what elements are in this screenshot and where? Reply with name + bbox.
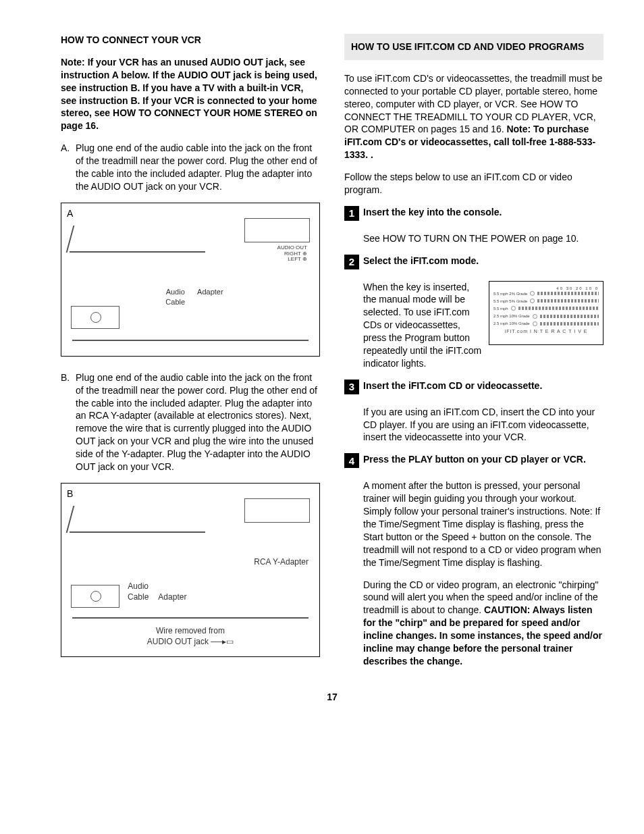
audio-out-labels: AUDIO OUT RIGHT ⊕ LEFT ⊕ [277,245,307,263]
step-3: 3 Insert the iFIT.com CD or videocassett… [344,380,603,402]
figB-adapter-label: Adapter [158,592,186,602]
figB-rca-label: RCA Y-Adapter [254,556,308,567]
step-1: 1 Insert the key into the console. [344,206,603,228]
step-1-number: 1 [344,206,359,221]
step-1-title: Insert the key into the console. [363,206,603,219]
right-shaded-heading: HOW TO USE IFIT.COM CD AND VIDEO PROGRAM… [344,34,603,60]
figure-a: A AUDIO OUT RIGHT ⊕ LEFT ⊕ Audio Cable A… [61,203,320,357]
console-scale: 40 30 20 10 0 [493,286,599,291]
step-3-body: If you are using an iFIT.com CD, insert … [363,406,603,444]
figB-wire-label: Wire removed from AUDIO OUT jack ──▸▭ [67,625,314,647]
step-4-number: 4 [344,453,359,468]
instruction-a-body: Plug one end of the audio cable into the… [76,142,320,193]
vcr-icon [244,498,310,523]
console-figure: 40 30 20 10 0 5.5 mph 2% Grade 5.5 mph 5… [489,281,603,345]
step-2: 2 Select the iFIT.com mode. [344,255,603,277]
jack-icon [71,585,119,608]
left-column: HOW TO CONNECT YOUR VCR Note: If your VC… [61,34,320,677]
figB-audio-cable-label: Audio Cable [128,581,149,602]
cable-line-icon [72,617,308,619]
right-column: HOW TO USE IFIT.COM CD AND VIDEO PROGRAM… [344,34,603,677]
instruction-b-body: Plug one end of the audio cable into the… [76,371,320,473]
step-4-body: A moment after the button is pressed, yo… [363,479,603,569]
treadmill-icon [70,221,205,258]
step-2-body: When the key is inserted, the manual mod… [363,282,481,369]
figure-b-sketch: RCA Y-Adapter Audio Cable Adapter Wire r… [67,498,314,651]
right-intro: To use iFIT.com CD's or videocassettes, … [344,72,603,161]
instruction-a-marker: A. [61,142,72,193]
jack-icon [71,306,119,329]
step-1-body: See HOW TO TURN ON THE POWER on page 10. [363,232,603,245]
step-2-body-wrap: 40 30 20 10 0 5.5 mph 2% Grade 5.5 mph 5… [363,281,603,370]
instruction-b: B. Plug one end of the audio cable into … [61,371,320,473]
step-4-body2: During the CD or video program, an elect… [363,579,603,668]
step-2-number: 2 [344,255,359,269]
figure-a-sketch: AUDIO OUT RIGHT ⊕ LEFT ⊕ Audio Cable Ada… [67,218,314,350]
two-column-layout: HOW TO CONNECT YOUR VCR Note: If your VC… [61,34,603,677]
figA-adapter-label: Adapter [197,287,223,307]
right-follow: Follow the steps below to use an iFIT.co… [344,171,603,197]
cable-line-icon [72,340,308,341]
right-ch-text: RIGHT [284,251,301,257]
step-3-title: Insert the iFIT.com CD or videocassette. [363,380,603,392]
left-heading: HOW TO CONNECT YOUR VCR [61,34,320,47]
step-2-title: Select the iFIT.com mode. [363,255,603,267]
vcr-icon [244,218,310,242]
treadmill-icon [70,501,205,538]
page-number: 17 [61,691,603,704]
left-ch-text: LEFT [288,256,300,262]
figA-audio-cable-label: Audio Cable [165,287,185,307]
step-4-title: Press the PLAY button on your CD player … [363,453,603,466]
instruction-b-marker: B. [61,371,72,473]
left-note: Note: If your VCR has an unused AUDIO OU… [61,56,320,132]
figure-b: B RCA Y-Adapter Audio Cable Adapter Wire… [61,483,320,657]
instruction-a: A. Plug one end of the audio cable into … [61,142,320,193]
step-3-number: 3 [344,380,359,394]
console-logo: iFIT.com I N T E R A C T I V E [493,328,599,334]
step-4: 4 Press the PLAY button on your CD playe… [344,453,603,475]
